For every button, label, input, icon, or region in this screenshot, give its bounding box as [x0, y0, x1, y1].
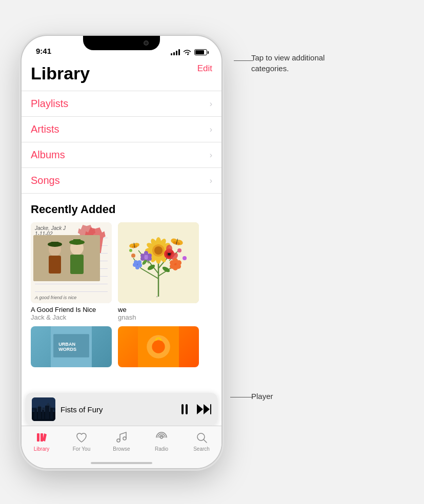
album-card-jackjack[interactable]: Jacke, Jack J 1-11-02 [31, 222, 112, 321]
tab-search-label: Search [193, 446, 210, 452]
library-nav-list: Playlists › Artists › Albums › Songs › [22, 91, 221, 194]
recently-added-title: Recently Added [31, 203, 212, 216]
notch [83, 36, 160, 50]
svg-point-36 [144, 251, 148, 255]
page-title: Library [22, 58, 221, 91]
album-artist-gnash: gnash [118, 313, 199, 321]
callout-line-player [230, 397, 253, 397]
status-icons [171, 49, 207, 55]
svg-point-60 [177, 248, 181, 253]
nav-item-songs-label: Songs [31, 175, 60, 186]
tab-library[interactable]: Library [22, 430, 62, 452]
svg-point-61 [129, 249, 132, 252]
nav-item-albums[interactable]: Albums › [22, 142, 221, 168]
callout-player-text: Player [251, 391, 273, 402]
nav-item-playlists-label: Playlists [31, 98, 68, 110]
svg-marker-94 [204, 404, 210, 414]
browse-tab-icon [114, 430, 129, 445]
nav-item-songs[interactable]: Songs › [22, 168, 221, 194]
home-indicator [91, 462, 152, 464]
tab-browse[interactable]: Browse [102, 430, 142, 452]
svg-rect-4 [51, 242, 58, 246]
svg-rect-90 [42, 410, 44, 419]
svg-marker-93 [197, 404, 203, 414]
mini-player-controls [181, 404, 211, 415]
svg-point-58 [173, 265, 178, 270]
edit-button[interactable]: Edit [197, 64, 212, 74]
chevron-right-icon: › [210, 125, 212, 134]
for-you-tab-icon [74, 430, 89, 445]
tab-radio-label: Radio [155, 446, 168, 452]
tab-library-label: Library [34, 446, 50, 452]
search-tab-icon [194, 430, 209, 445]
status-time: 9:41 [36, 47, 51, 55]
callout-player-label: Player [251, 392, 273, 401]
svg-point-99 [123, 437, 126, 440]
svg-rect-2 [49, 256, 61, 274]
chevron-right-icon: › [210, 151, 212, 160]
battery-icon [194, 49, 207, 55]
chevron-right-icon: › [210, 176, 212, 185]
svg-point-83 [152, 340, 165, 353]
tab-browse-label: Browse [113, 446, 130, 452]
recently-added-section: Recently Added [22, 194, 221, 326]
signal-bars-icon [171, 49, 180, 55]
svg-point-33 [154, 246, 163, 255]
album-card-gnash[interactable]: " we gnash [118, 222, 199, 321]
svg-rect-8 [73, 239, 80, 244]
tab-search[interactable]: Search [181, 430, 221, 452]
nav-item-albums-label: Albums [31, 149, 65, 161]
nav-item-artists[interactable]: Artists › [22, 117, 221, 142]
svg-rect-95 [210, 404, 211, 414]
svg-rect-92 [50, 408, 53, 419]
phone-shell: 9:41 Edit Library [22, 36, 221, 468]
svg-point-98 [117, 439, 120, 442]
svg-text:WORDS: WORDS [58, 347, 76, 352]
album-art-gnash: " [118, 222, 199, 303]
svg-point-44 [166, 245, 172, 253]
tab-for-you-label: For You [73, 446, 90, 452]
pause-button[interactable] [181, 404, 188, 414]
albums-grid: Jacke, Jack J 1-11-02 [31, 222, 212, 321]
partial-album-1[interactable]: URBAN WORDS [31, 326, 112, 367]
album-art-jackjack: Jacke, Jack J 1-11-02 [31, 222, 112, 303]
svg-text:URBAN: URBAN [58, 342, 75, 347]
mini-player[interactable]: Fists of Fury [26, 393, 217, 426]
tab-for-you[interactable]: For You [62, 430, 102, 452]
fast-forward-button[interactable] [197, 404, 211, 415]
svg-rect-88 [34, 409, 37, 419]
callout-line-edit [234, 60, 253, 61]
album-artist-jackjack: Jack & Jack [31, 313, 112, 321]
svg-point-59 [131, 254, 135, 258]
front-camera [144, 40, 149, 46]
svg-rect-89 [38, 407, 41, 419]
svg-rect-6 [70, 255, 84, 274]
main-content: Edit Library Playlists › Artists › Album… [22, 58, 221, 426]
svg-text:": " [156, 296, 158, 301]
tab-radio[interactable]: Radio [142, 430, 181, 452]
partial-album-2[interactable] [118, 326, 199, 367]
partially-visible-albums: URBAN WORDS [22, 326, 221, 367]
svg-point-39 [140, 257, 145, 261]
callout-edit-label: Tap to view additional categories. [251, 53, 325, 73]
svg-rect-91 [45, 406, 49, 419]
svg-point-100 [160, 436, 163, 438]
svg-point-40 [148, 257, 152, 261]
wifi-icon [183, 49, 191, 55]
library-tab-icon [34, 430, 49, 445]
svg-point-51 [135, 265, 139, 269]
album-name-jackjack: A Good Friend Is Nice [31, 306, 112, 313]
nav-item-artists-label: Artists [31, 123, 59, 135]
callout-edit-text: Tap to view additional categories. [251, 52, 364, 74]
svg-point-62 [183, 256, 187, 260]
svg-rect-96 [37, 433, 39, 442]
radio-tab-icon [154, 430, 169, 445]
mini-player-song-title: Fists of Fury [60, 405, 181, 414]
chevron-right-icon: › [210, 99, 212, 109]
nav-item-playlists[interactable]: Playlists › [22, 91, 221, 117]
mini-player-album-art [32, 397, 55, 421]
svg-rect-0 [33, 235, 100, 281]
album-name-gnash: we [118, 306, 199, 313]
svg-point-101 [197, 433, 205, 440]
